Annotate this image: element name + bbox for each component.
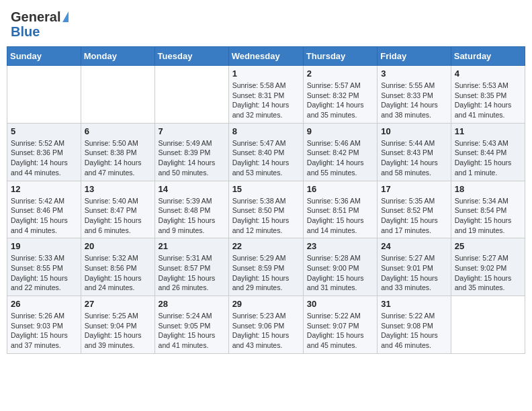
day-number: 31: [381, 299, 447, 309]
calendar-cell: 13Sunrise: 5:40 AMSunset: 8:47 PMDayligh…: [81, 181, 154, 238]
header-day-tuesday: Tuesday: [154, 47, 228, 66]
day-number: 1: [232, 68, 300, 79]
calendar-cell: 19Sunrise: 5:33 AMSunset: 8:55 PMDayligh…: [7, 238, 81, 296]
logo: General Blue: [11, 9, 69, 38]
calendar-cell: 2Sunrise: 5:57 AMSunset: 8:32 PMDaylight…: [303, 66, 377, 124]
day-number: 24: [381, 241, 447, 251]
day-info: Sunrise: 5:46 AMSunset: 8:42 PMDaylight:…: [307, 138, 373, 178]
day-info: Sunrise: 5:26 AMSunset: 9:03 PMDaylight:…: [11, 311, 77, 351]
calendar-week-row: 26Sunrise: 5:26 AMSunset: 9:03 PMDayligh…: [7, 296, 525, 354]
day-number: 26: [11, 299, 77, 309]
day-number: 15: [232, 184, 300, 194]
day-number: 17: [381, 184, 447, 194]
day-number: 11: [455, 126, 521, 136]
day-number: 19: [11, 241, 77, 251]
day-number: 30: [307, 299, 373, 309]
day-number: 23: [307, 241, 373, 251]
calendar-cell: 30Sunrise: 5:22 AMSunset: 9:07 PMDayligh…: [303, 296, 377, 354]
day-info: Sunrise: 5:38 AMSunset: 8:50 PMDaylight:…: [232, 196, 300, 236]
calendar-cell: [81, 66, 154, 124]
calendar-cell: 4Sunrise: 5:53 AMSunset: 8:35 PMDaylight…: [451, 66, 525, 124]
calendar-cell: [451, 296, 525, 354]
day-number: 14: [159, 184, 225, 194]
calendar-cell: 7Sunrise: 5:49 AMSunset: 8:39 PMDaylight…: [154, 123, 228, 181]
calendar-cell: [154, 66, 228, 124]
day-info: Sunrise: 5:52 AMSunset: 8:36 PMDaylight:…: [11, 138, 77, 178]
day-info: Sunrise: 5:22 AMSunset: 9:08 PMDaylight:…: [381, 311, 447, 351]
calendar-week-row: 12Sunrise: 5:42 AMSunset: 8:46 PMDayligh…: [7, 181, 525, 238]
calendar-week-row: 1Sunrise: 5:58 AMSunset: 8:31 PMDaylight…: [7, 66, 525, 124]
day-info: Sunrise: 5:49 AMSunset: 8:39 PMDaylight:…: [159, 138, 225, 178]
day-info: Sunrise: 5:28 AMSunset: 9:00 PMDaylight:…: [307, 253, 373, 293]
day-info: Sunrise: 5:34 AMSunset: 8:54 PMDaylight:…: [455, 196, 521, 236]
calendar-cell: 8Sunrise: 5:47 AMSunset: 8:40 PMDaylight…: [228, 123, 303, 181]
calendar-table: SundayMondayTuesdayWednesdayThursdayFrid…: [7, 46, 525, 354]
day-number: 8: [232, 126, 300, 136]
day-number: 12: [11, 184, 77, 194]
calendar-cell: 23Sunrise: 5:28 AMSunset: 9:00 PMDayligh…: [303, 238, 377, 296]
calendar-cell: 1Sunrise: 5:58 AMSunset: 8:31 PMDaylight…: [228, 66, 303, 124]
calendar-cell: 26Sunrise: 5:26 AMSunset: 9:03 PMDayligh…: [7, 296, 81, 354]
day-number: 7: [159, 126, 225, 136]
calendar-cell: 18Sunrise: 5:34 AMSunset: 8:54 PMDayligh…: [451, 181, 525, 238]
header-day-monday: Monday: [81, 47, 154, 66]
calendar-cell: 9Sunrise: 5:46 AMSunset: 8:42 PMDaylight…: [303, 123, 377, 181]
calendar-week-row: 5Sunrise: 5:52 AMSunset: 8:36 PMDaylight…: [7, 123, 525, 181]
calendar-cell: 25Sunrise: 5:27 AMSunset: 9:02 PMDayligh…: [451, 238, 525, 296]
day-info: Sunrise: 5:23 AMSunset: 9:06 PMDaylight:…: [232, 311, 300, 351]
day-info: Sunrise: 5:57 AMSunset: 8:32 PMDaylight:…: [307, 81, 373, 120]
day-number: 20: [85, 241, 151, 251]
calendar-cell: 21Sunrise: 5:31 AMSunset: 8:57 PMDayligh…: [154, 238, 228, 296]
calendar-cell: 3Sunrise: 5:55 AMSunset: 8:33 PMDaylight…: [378, 66, 451, 124]
day-info: Sunrise: 5:44 AMSunset: 8:43 PMDaylight:…: [381, 138, 447, 178]
day-info: Sunrise: 5:40 AMSunset: 8:47 PMDaylight:…: [85, 196, 151, 236]
calendar-cell: 6Sunrise: 5:50 AMSunset: 8:38 PMDaylight…: [81, 123, 154, 181]
calendar-cell: 11Sunrise: 5:43 AMSunset: 8:44 PMDayligh…: [451, 123, 525, 181]
day-number: 18: [455, 184, 521, 194]
calendar-cell: 24Sunrise: 5:27 AMSunset: 9:01 PMDayligh…: [378, 238, 451, 296]
logo-blue-text: Blue: [11, 25, 40, 38]
day-info: Sunrise: 5:43 AMSunset: 8:44 PMDaylight:…: [455, 138, 521, 178]
header-day-sunday: Sunday: [7, 47, 81, 66]
day-number: 6: [85, 126, 151, 136]
day-info: Sunrise: 5:35 AMSunset: 8:52 PMDaylight:…: [381, 196, 447, 236]
day-number: 10: [381, 126, 447, 136]
day-number: 2: [307, 68, 373, 79]
day-number: 4: [455, 68, 521, 79]
day-info: Sunrise: 5:32 AMSunset: 8:56 PMDaylight:…: [85, 253, 151, 293]
day-number: 27: [85, 299, 151, 309]
calendar-cell: 14Sunrise: 5:39 AMSunset: 8:48 PMDayligh…: [154, 181, 228, 238]
day-info: Sunrise: 5:24 AMSunset: 9:05 PMDaylight:…: [159, 311, 225, 351]
calendar-cell: 16Sunrise: 5:36 AMSunset: 8:51 PMDayligh…: [303, 181, 377, 238]
calendar-cell: 17Sunrise: 5:35 AMSunset: 8:52 PMDayligh…: [378, 181, 451, 238]
day-info: Sunrise: 5:25 AMSunset: 9:04 PMDaylight:…: [85, 311, 151, 351]
day-info: Sunrise: 5:29 AMSunset: 8:59 PMDaylight:…: [232, 253, 300, 293]
day-info: Sunrise: 5:58 AMSunset: 8:31 PMDaylight:…: [232, 81, 300, 120]
day-number: 16: [307, 184, 373, 194]
day-number: 13: [85, 184, 151, 194]
header-row: SundayMondayTuesdayWednesdayThursdayFrid…: [7, 47, 525, 66]
logo-general-text: General: [11, 9, 60, 25]
day-info: Sunrise: 5:27 AMSunset: 9:02 PMDaylight:…: [455, 253, 521, 293]
header-day-friday: Friday: [378, 47, 451, 66]
day-info: Sunrise: 5:47 AMSunset: 8:40 PMDaylight:…: [232, 138, 300, 178]
calendar-week-row: 19Sunrise: 5:33 AMSunset: 8:55 PMDayligh…: [7, 238, 525, 296]
calendar-cell: 31Sunrise: 5:22 AMSunset: 9:08 PMDayligh…: [378, 296, 451, 354]
day-number: 21: [159, 241, 225, 251]
calendar-cell: 29Sunrise: 5:23 AMSunset: 9:06 PMDayligh…: [228, 296, 303, 354]
day-info: Sunrise: 5:42 AMSunset: 8:46 PMDaylight:…: [11, 196, 77, 236]
day-number: 22: [232, 241, 300, 251]
calendar-cell: 12Sunrise: 5:42 AMSunset: 8:46 PMDayligh…: [7, 181, 81, 238]
header-day-wednesday: Wednesday: [228, 47, 303, 66]
day-number: 29: [232, 299, 300, 309]
calendar-cell: 27Sunrise: 5:25 AMSunset: 9:04 PMDayligh…: [81, 296, 154, 354]
header-day-thursday: Thursday: [303, 47, 377, 66]
day-number: 5: [11, 126, 77, 136]
calendar-cell: 10Sunrise: 5:44 AMSunset: 8:43 PMDayligh…: [378, 123, 451, 181]
day-number: 28: [159, 299, 225, 309]
logo-triangle-icon: [62, 11, 69, 22]
day-info: Sunrise: 5:22 AMSunset: 9:07 PMDaylight:…: [307, 311, 373, 351]
day-number: 9: [307, 126, 373, 136]
day-info: Sunrise: 5:53 AMSunset: 8:35 PMDaylight:…: [455, 81, 521, 120]
calendar-cell: 15Sunrise: 5:38 AMSunset: 8:50 PMDayligh…: [228, 181, 303, 238]
